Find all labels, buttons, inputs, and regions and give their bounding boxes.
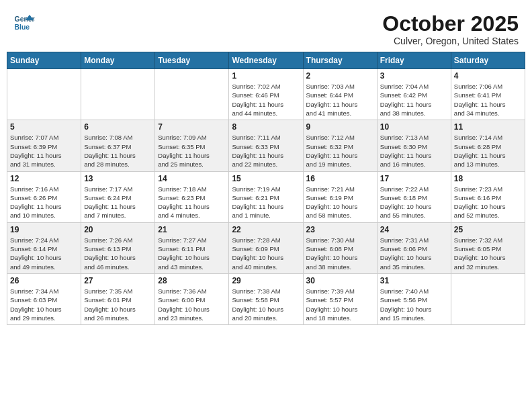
day-info: Sunrise: 7:27 AM Sunset: 6:11 PM Dayligh… <box>158 236 226 271</box>
location: Culver, Oregon, United States <box>382 36 519 46</box>
calendar-cell: 3Sunrise: 7:04 AM Sunset: 6:42 PM Daylig… <box>377 69 451 120</box>
weekday-header-thursday: Thursday <box>303 52 377 69</box>
calendar-cell: 18Sunrise: 7:23 AM Sunset: 6:16 PM Dayli… <box>451 171 525 222</box>
month-title: October 2025 <box>382 12 519 36</box>
day-number: 16 <box>306 174 374 183</box>
day-info: Sunrise: 7:34 AM Sunset: 6:03 PM Dayligh… <box>10 287 78 322</box>
calendar-week-4: 19Sunrise: 7:24 AM Sunset: 6:14 PM Dayli… <box>7 222 525 273</box>
weekday-header-monday: Monday <box>81 52 155 69</box>
day-number: 21 <box>158 225 226 234</box>
calendar-cell <box>451 273 525 324</box>
day-number: 5 <box>10 122 78 132</box>
calendar-week-5: 26Sunrise: 7:34 AM Sunset: 6:03 PM Dayli… <box>7 273 525 324</box>
day-info: Sunrise: 7:06 AM Sunset: 6:41 PM Dayligh… <box>454 82 522 118</box>
calendar-cell: 21Sunrise: 7:27 AM Sunset: 6:11 PM Dayli… <box>155 222 229 273</box>
day-info: Sunrise: 7:03 AM Sunset: 6:44 PM Dayligh… <box>306 82 374 118</box>
day-number: 20 <box>84 225 152 234</box>
day-number: 3 <box>380 71 448 81</box>
calendar-cell: 7Sunrise: 7:09 AM Sunset: 6:35 PM Daylig… <box>155 120 229 171</box>
day-info: Sunrise: 7:04 AM Sunset: 6:42 PM Dayligh… <box>380 82 448 118</box>
calendar-cell: 23Sunrise: 7:30 AM Sunset: 6:08 PM Dayli… <box>303 222 377 273</box>
day-info: Sunrise: 7:02 AM Sunset: 6:46 PM Dayligh… <box>232 82 300 118</box>
logo: General Blue <box>13 12 35 34</box>
calendar-cell <box>155 69 229 120</box>
day-number: 10 <box>380 122 448 132</box>
calendar-cell: 4Sunrise: 7:06 AM Sunset: 6:41 PM Daylig… <box>451 69 525 120</box>
day-info: Sunrise: 7:28 AM Sunset: 6:09 PM Dayligh… <box>232 236 300 271</box>
calendar-cell: 24Sunrise: 7:31 AM Sunset: 6:06 PM Dayli… <box>377 222 451 273</box>
day-info: Sunrise: 7:18 AM Sunset: 6:23 PM Dayligh… <box>158 185 226 220</box>
day-number: 11 <box>454 122 522 132</box>
day-number: 25 <box>454 225 522 234</box>
day-info: Sunrise: 7:11 AM Sunset: 6:33 PM Dayligh… <box>232 133 300 169</box>
day-number: 6 <box>84 122 152 132</box>
calendar-cell: 5Sunrise: 7:07 AM Sunset: 6:39 PM Daylig… <box>7 120 81 171</box>
calendar-cell: 17Sunrise: 7:22 AM Sunset: 6:18 PM Dayli… <box>377 171 451 222</box>
day-info: Sunrise: 7:38 AM Sunset: 5:58 PM Dayligh… <box>232 287 300 322</box>
day-info: Sunrise: 7:36 AM Sunset: 6:00 PM Dayligh… <box>158 287 226 322</box>
calendar-body: 1Sunrise: 7:02 AM Sunset: 6:46 PM Daylig… <box>7 69 525 325</box>
calendar-header: SundayMondayTuesdayWednesdayThursdayFrid… <box>7 52 525 69</box>
day-number: 17 <box>380 174 448 183</box>
day-number: 28 <box>158 276 226 285</box>
day-info: Sunrise: 7:31 AM Sunset: 6:06 PM Dayligh… <box>380 236 448 271</box>
calendar-cell: 22Sunrise: 7:28 AM Sunset: 6:09 PM Dayli… <box>229 222 303 273</box>
calendar-cell: 29Sunrise: 7:38 AM Sunset: 5:58 PM Dayli… <box>229 273 303 324</box>
day-number: 7 <box>158 122 226 132</box>
title-block: October 2025 Culver, Oregon, United Stat… <box>382 12 519 46</box>
logo-icon: General Blue <box>13 12 35 34</box>
calendar-cell: 10Sunrise: 7:13 AM Sunset: 6:30 PM Dayli… <box>377 120 451 171</box>
calendar-cell: 1Sunrise: 7:02 AM Sunset: 6:46 PM Daylig… <box>229 69 303 120</box>
calendar-cell: 13Sunrise: 7:17 AM Sunset: 6:24 PM Dayli… <box>81 171 155 222</box>
calendar-week-3: 12Sunrise: 7:16 AM Sunset: 6:26 PM Dayli… <box>7 171 525 222</box>
day-number: 27 <box>84 276 152 285</box>
calendar-table: SundayMondayTuesdayWednesdayThursdayFrid… <box>7 52 525 325</box>
day-number: 18 <box>454 174 522 183</box>
day-number: 2 <box>306 71 374 81</box>
day-number: 30 <box>306 276 374 285</box>
day-number: 1 <box>232 71 300 81</box>
day-number: 14 <box>158 174 226 183</box>
day-info: Sunrise: 7:22 AM Sunset: 6:18 PM Dayligh… <box>380 185 448 220</box>
calendar-cell: 16Sunrise: 7:21 AM Sunset: 6:19 PM Dayli… <box>303 171 377 222</box>
day-number: 23 <box>306 225 374 234</box>
calendar-cell: 26Sunrise: 7:34 AM Sunset: 6:03 PM Dayli… <box>7 273 81 324</box>
day-info: Sunrise: 7:32 AM Sunset: 6:05 PM Dayligh… <box>454 236 522 271</box>
day-info: Sunrise: 7:12 AM Sunset: 6:32 PM Dayligh… <box>306 133 374 169</box>
day-info: Sunrise: 7:30 AM Sunset: 6:08 PM Dayligh… <box>306 236 374 271</box>
weekday-header-saturday: Saturday <box>451 52 525 69</box>
weekday-header-tuesday: Tuesday <box>155 52 229 69</box>
day-info: Sunrise: 7:16 AM Sunset: 6:26 PM Dayligh… <box>10 185 78 220</box>
calendar-cell <box>7 69 81 120</box>
day-info: Sunrise: 7:23 AM Sunset: 6:16 PM Dayligh… <box>454 185 522 220</box>
day-info: Sunrise: 7:17 AM Sunset: 6:24 PM Dayligh… <box>84 185 152 220</box>
day-info: Sunrise: 7:07 AM Sunset: 6:39 PM Dayligh… <box>10 133 78 169</box>
day-info: Sunrise: 7:13 AM Sunset: 6:30 PM Dayligh… <box>380 133 448 169</box>
day-number: 12 <box>10 174 78 183</box>
day-number: 24 <box>380 225 448 234</box>
day-info: Sunrise: 7:09 AM Sunset: 6:35 PM Dayligh… <box>158 133 226 169</box>
day-number: 4 <box>454 71 522 81</box>
weekday-header-sunday: Sunday <box>7 52 81 69</box>
calendar-cell <box>81 69 155 120</box>
calendar-week-2: 5Sunrise: 7:07 AM Sunset: 6:39 PM Daylig… <box>7 120 525 171</box>
calendar-cell: 31Sunrise: 7:40 AM Sunset: 5:56 PM Dayli… <box>377 273 451 324</box>
weekday-row: SundayMondayTuesdayWednesdayThursdayFrid… <box>7 52 525 69</box>
calendar-cell: 30Sunrise: 7:39 AM Sunset: 5:57 PM Dayli… <box>303 273 377 324</box>
day-info: Sunrise: 7:14 AM Sunset: 6:28 PM Dayligh… <box>454 133 522 169</box>
calendar-cell: 25Sunrise: 7:32 AM Sunset: 6:05 PM Dayli… <box>451 222 525 273</box>
calendar-week-1: 1Sunrise: 7:02 AM Sunset: 6:46 PM Daylig… <box>7 69 525 120</box>
calendar-cell: 11Sunrise: 7:14 AM Sunset: 6:28 PM Dayli… <box>451 120 525 171</box>
calendar-cell: 14Sunrise: 7:18 AM Sunset: 6:23 PM Dayli… <box>155 171 229 222</box>
day-info: Sunrise: 7:24 AM Sunset: 6:14 PM Dayligh… <box>10 236 78 271</box>
calendar-cell: 6Sunrise: 7:08 AM Sunset: 6:37 PM Daylig… <box>81 120 155 171</box>
day-info: Sunrise: 7:19 AM Sunset: 6:21 PM Dayligh… <box>232 185 300 220</box>
day-number: 29 <box>232 276 300 285</box>
calendar-cell: 19Sunrise: 7:24 AM Sunset: 6:14 PM Dayli… <box>7 222 81 273</box>
day-info: Sunrise: 7:08 AM Sunset: 6:37 PM Dayligh… <box>84 133 152 169</box>
calendar-cell: 15Sunrise: 7:19 AM Sunset: 6:21 PM Dayli… <box>229 171 303 222</box>
page-header: General Blue October 2025 Culver, Oregon… <box>7 7 525 52</box>
day-info: Sunrise: 7:40 AM Sunset: 5:56 PM Dayligh… <box>380 287 448 322</box>
calendar-cell: 20Sunrise: 7:26 AM Sunset: 6:13 PM Dayli… <box>81 222 155 273</box>
calendar-cell: 8Sunrise: 7:11 AM Sunset: 6:33 PM Daylig… <box>229 120 303 171</box>
